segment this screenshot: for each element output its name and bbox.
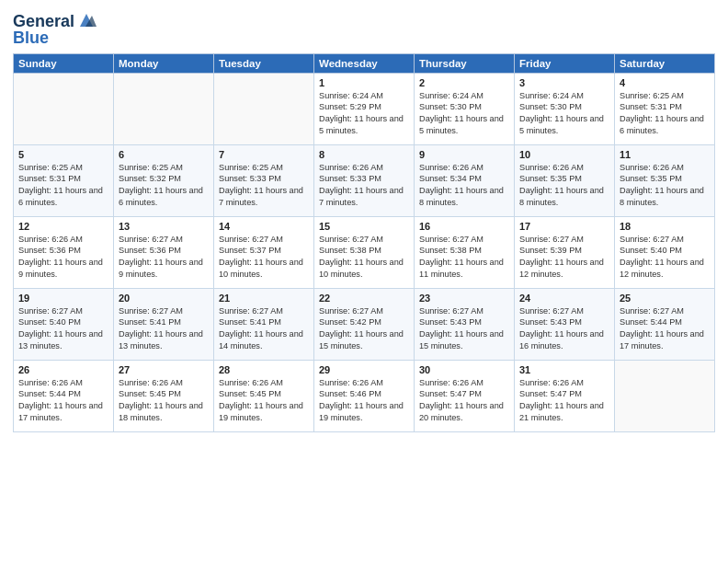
week-row-3: 12Sunrise: 6:26 AMSunset: 5:36 PMDayligh… xyxy=(14,216,715,288)
weekday-header-friday: Friday xyxy=(515,53,615,73)
calendar-cell: 21Sunrise: 6:27 AMSunset: 5:41 PMDayligh… xyxy=(214,288,314,360)
day-detail: Sunrise: 6:26 AMSunset: 5:45 PMDaylight:… xyxy=(219,377,309,425)
day-number: 11 xyxy=(620,149,710,160)
day-detail: Sunrise: 6:27 AMSunset: 5:38 PMDaylight:… xyxy=(319,234,409,282)
calendar-cell: 29Sunrise: 6:26 AMSunset: 5:46 PMDayligh… xyxy=(314,360,415,431)
day-detail: Sunrise: 6:26 AMSunset: 5:46 PMDaylight:… xyxy=(319,377,409,425)
calendar-cell: 17Sunrise: 6:27 AMSunset: 5:39 PMDayligh… xyxy=(515,216,615,288)
calendar-cell: 19Sunrise: 6:27 AMSunset: 5:40 PMDayligh… xyxy=(14,288,114,360)
calendar-cell: 20Sunrise: 6:27 AMSunset: 5:41 PMDayligh… xyxy=(114,288,214,360)
day-number: 31 xyxy=(519,364,609,375)
day-detail: Sunrise: 6:24 AMSunset: 5:29 PMDaylight:… xyxy=(319,90,409,138)
day-detail: Sunrise: 6:26 AMSunset: 5:47 PMDaylight:… xyxy=(419,377,509,425)
day-detail: Sunrise: 6:25 AMSunset: 5:31 PMDaylight:… xyxy=(18,162,108,210)
calendar-cell: 28Sunrise: 6:26 AMSunset: 5:45 PMDayligh… xyxy=(214,360,314,431)
day-detail: Sunrise: 6:27 AMSunset: 5:43 PMDaylight:… xyxy=(419,305,509,353)
calendar-cell: 6Sunrise: 6:25 AMSunset: 5:32 PMDaylight… xyxy=(114,144,214,216)
week-row-1: 1Sunrise: 6:24 AMSunset: 5:29 PMDaylight… xyxy=(14,73,715,144)
day-detail: Sunrise: 6:26 AMSunset: 5:33 PMDaylight:… xyxy=(319,162,409,210)
header: General Blue xyxy=(13,9,715,48)
day-detail: Sunrise: 6:27 AMSunset: 5:37 PMDaylight:… xyxy=(219,234,309,282)
day-detail: Sunrise: 6:27 AMSunset: 5:39 PMDaylight:… xyxy=(519,234,609,282)
day-detail: Sunrise: 6:27 AMSunset: 5:40 PMDaylight:… xyxy=(620,234,710,282)
day-number: 10 xyxy=(519,149,609,160)
day-number: 4 xyxy=(620,77,710,88)
weekday-header-tuesday: Tuesday xyxy=(214,53,314,73)
calendar-cell: 3Sunrise: 6:24 AMSunset: 5:30 PMDaylight… xyxy=(515,73,615,144)
calendar-cell: 15Sunrise: 6:27 AMSunset: 5:38 PMDayligh… xyxy=(314,216,415,288)
day-number: 5 xyxy=(18,149,108,160)
day-number: 6 xyxy=(119,149,209,160)
day-number: 30 xyxy=(419,364,509,375)
day-number: 12 xyxy=(18,221,108,232)
calendar-cell: 31Sunrise: 6:26 AMSunset: 5:47 PMDayligh… xyxy=(515,360,615,431)
day-detail: Sunrise: 6:25 AMSunset: 5:33 PMDaylight:… xyxy=(219,162,309,210)
weekday-header-wednesday: Wednesday xyxy=(314,53,415,73)
day-detail: Sunrise: 6:24 AMSunset: 5:30 PMDaylight:… xyxy=(519,90,609,138)
day-number: 27 xyxy=(119,364,209,375)
page-container: General Blue SundayMondayTuesdayWednesda… xyxy=(0,0,728,438)
day-detail: Sunrise: 6:25 AMSunset: 5:31 PMDaylight:… xyxy=(620,90,710,138)
day-detail: Sunrise: 6:26 AMSunset: 5:45 PMDaylight:… xyxy=(119,377,209,425)
day-number: 16 xyxy=(419,221,509,232)
day-number: 7 xyxy=(219,149,309,160)
calendar-cell: 2Sunrise: 6:24 AMSunset: 5:30 PMDaylight… xyxy=(415,73,515,144)
day-detail: Sunrise: 6:26 AMSunset: 5:44 PMDaylight:… xyxy=(18,377,108,425)
day-number: 19 xyxy=(18,293,108,304)
day-detail: Sunrise: 6:27 AMSunset: 5:41 PMDaylight:… xyxy=(119,305,209,353)
calendar-cell: 8Sunrise: 6:26 AMSunset: 5:33 PMDaylight… xyxy=(314,144,415,216)
day-number: 2 xyxy=(419,77,509,88)
calendar-cell: 27Sunrise: 6:26 AMSunset: 5:45 PMDayligh… xyxy=(114,360,214,431)
calendar-cell: 5Sunrise: 6:25 AMSunset: 5:31 PMDaylight… xyxy=(14,144,114,216)
day-detail: Sunrise: 6:26 AMSunset: 5:34 PMDaylight:… xyxy=(419,162,509,210)
day-number: 18 xyxy=(620,221,710,232)
day-number: 22 xyxy=(319,293,409,304)
day-detail: Sunrise: 6:27 AMSunset: 5:43 PMDaylight:… xyxy=(519,305,609,353)
calendar-cell: 4Sunrise: 6:25 AMSunset: 5:31 PMDaylight… xyxy=(615,73,715,144)
calendar-cell xyxy=(615,360,715,431)
day-number: 20 xyxy=(119,293,209,304)
calendar-cell xyxy=(14,73,114,144)
day-detail: Sunrise: 6:27 AMSunset: 5:40 PMDaylight:… xyxy=(18,305,108,353)
day-number: 9 xyxy=(419,149,509,160)
calendar-cell: 12Sunrise: 6:26 AMSunset: 5:36 PMDayligh… xyxy=(14,216,114,288)
day-number: 23 xyxy=(419,293,509,304)
calendar-cell: 1Sunrise: 6:24 AMSunset: 5:29 PMDaylight… xyxy=(314,73,415,144)
day-detail: Sunrise: 6:27 AMSunset: 5:42 PMDaylight:… xyxy=(319,305,409,353)
calendar-cell: 9Sunrise: 6:26 AMSunset: 5:34 PMDaylight… xyxy=(415,144,515,216)
day-detail: Sunrise: 6:27 AMSunset: 5:44 PMDaylight:… xyxy=(620,305,710,353)
day-number: 13 xyxy=(119,221,209,232)
day-detail: Sunrise: 6:26 AMSunset: 5:47 PMDaylight:… xyxy=(519,377,609,425)
weekday-header-monday: Monday xyxy=(114,53,214,73)
day-number: 26 xyxy=(18,364,108,375)
calendar-cell: 14Sunrise: 6:27 AMSunset: 5:37 PMDayligh… xyxy=(214,216,314,288)
week-row-4: 19Sunrise: 6:27 AMSunset: 5:40 PMDayligh… xyxy=(14,288,715,360)
logo: General Blue xyxy=(13,13,97,48)
calendar-cell: 30Sunrise: 6:26 AMSunset: 5:47 PMDayligh… xyxy=(415,360,515,431)
calendar-cell: 22Sunrise: 6:27 AMSunset: 5:42 PMDayligh… xyxy=(314,288,415,360)
day-number: 28 xyxy=(219,364,309,375)
week-row-5: 26Sunrise: 6:26 AMSunset: 5:44 PMDayligh… xyxy=(14,360,715,431)
weekday-header-thursday: Thursday xyxy=(415,53,515,73)
day-number: 15 xyxy=(319,221,409,232)
calendar-cell: 24Sunrise: 6:27 AMSunset: 5:43 PMDayligh… xyxy=(515,288,615,360)
day-number: 3 xyxy=(519,77,609,88)
day-detail: Sunrise: 6:24 AMSunset: 5:30 PMDaylight:… xyxy=(419,90,509,138)
calendar-cell: 10Sunrise: 6:26 AMSunset: 5:35 PMDayligh… xyxy=(515,144,615,216)
day-number: 8 xyxy=(319,149,409,160)
day-detail: Sunrise: 6:26 AMSunset: 5:35 PMDaylight:… xyxy=(620,162,710,210)
calendar-cell: 25Sunrise: 6:27 AMSunset: 5:44 PMDayligh… xyxy=(615,288,715,360)
calendar-cell: 13Sunrise: 6:27 AMSunset: 5:36 PMDayligh… xyxy=(114,216,214,288)
day-number: 21 xyxy=(219,293,309,304)
calendar-cell: 7Sunrise: 6:25 AMSunset: 5:33 PMDaylight… xyxy=(214,144,314,216)
day-number: 25 xyxy=(620,293,710,304)
calendar-cell: 23Sunrise: 6:27 AMSunset: 5:43 PMDayligh… xyxy=(415,288,515,360)
week-row-2: 5Sunrise: 6:25 AMSunset: 5:31 PMDaylight… xyxy=(14,144,715,216)
calendar-cell: 16Sunrise: 6:27 AMSunset: 5:38 PMDayligh… xyxy=(415,216,515,288)
weekday-header-sunday: Sunday xyxy=(14,53,114,73)
logo-blue: Blue xyxy=(13,29,97,48)
logo-icon xyxy=(76,12,97,29)
weekday-header-saturday: Saturday xyxy=(615,53,715,73)
calendar-cell: 11Sunrise: 6:26 AMSunset: 5:35 PMDayligh… xyxy=(615,144,715,216)
day-number: 1 xyxy=(319,77,409,88)
